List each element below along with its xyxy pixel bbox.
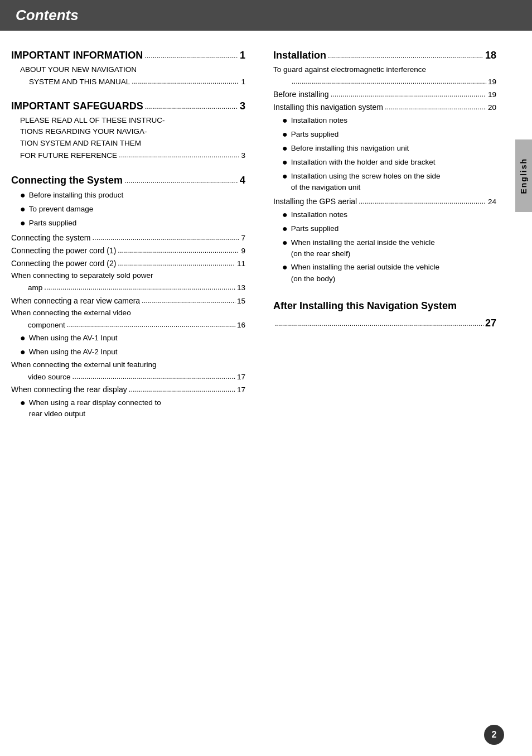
ext-video-line1: When connecting the external video — [11, 307, 245, 319]
safeguards-page: 3 — [240, 98, 245, 115]
bullet-dot-r7: ● — [282, 223, 288, 235]
installing-nav-label: Installing this navigation system — [273, 101, 383, 114]
about-nav-dots — [132, 75, 239, 88]
installation-dots — [328, 49, 483, 62]
bullet-before-installing-nav-text: Before installing this navigation unit — [291, 143, 496, 154]
installing-gps-page: 24 — [488, 196, 496, 208]
bullet-aerial-inside-text: When installing the aerial inside the ve… — [291, 237, 496, 260]
section-heading-safeguards: IMPORTANT SAFEGUARDS 3 — [11, 98, 245, 115]
connecting-page: 4 — [240, 172, 245, 189]
safeguards-line1: PLEASE READ ALL OF THESE INSTRUC- — [20, 115, 245, 127]
toc-electromagnetic: To guard against electromagnetic interfe… — [273, 64, 496, 88]
bullet-installation-notes-1-text: Installation notes — [291, 115, 496, 126]
rear-display-page: 17 — [237, 384, 245, 396]
bullet-parts-supplied-2-text: Parts supplied — [291, 129, 496, 140]
page-number: 2 — [492, 730, 497, 740]
rear-display-label: When connecting the rear display — [11, 383, 127, 396]
bullet-screw-holes-text: Installation using the screw holes on th… — [291, 171, 496, 194]
bullet-dot-r6: ● — [282, 209, 288, 221]
section-important-information: IMPORTANT INFORMATION 1 ABOUT YOUR NEW N… — [11, 47, 245, 88]
sep-power-line2-row: amp 13 — [11, 282, 245, 294]
bullet-prevent-damage-text: To prevent damage — [29, 204, 245, 215]
ext-unit-page: 17 — [237, 371, 245, 383]
section-important-safeguards: IMPORTANT SAFEGUARDS 3 PLEASE READ ALL O… — [11, 98, 245, 162]
bullet-dot-5: ● — [20, 346, 26, 358]
bullet-dot-r4: ● — [282, 157, 288, 168]
sep-power-line1: When connecting to separately sold power — [11, 270, 245, 282]
ext-unit-line2-row: video source 17 — [11, 371, 245, 383]
ext-unit-line2: video source — [28, 371, 71, 383]
bullet-dot-r3: ● — [282, 143, 288, 155]
bullet-to-prevent-damage: ● To prevent damage — [11, 203, 245, 216]
em-fill — [292, 75, 486, 88]
language-label-text: English — [519, 158, 528, 194]
content-area: IMPORTANT INFORMATION 1 ABOUT YOUR NEW N… — [0, 47, 532, 427]
sep-power-page: 13 — [237, 282, 245, 294]
rear-view-camera-fill — [142, 294, 235, 307]
em-line2-row: 19 — [273, 76, 496, 88]
sep-power-line2: amp — [28, 282, 42, 294]
safeguards-line4-row: FOR FUTURE REFERENCE 3 — [20, 150, 245, 162]
installation-page: 18 — [485, 47, 496, 64]
page-container: Contents IMPORTANT INFORMATION 1 ABOUT Y… — [0, 0, 532, 756]
bullet-av1-text: When using the AV-1 Input — [29, 333, 245, 344]
safeguards-dots — [145, 100, 238, 113]
toc-power-cord-2: Connecting the power cord (2) 11 — [11, 257, 245, 270]
power-cord-2-fill — [118, 257, 235, 269]
vertical-language-label: English — [515, 139, 532, 212]
important-info-page: 1 — [240, 47, 245, 64]
about-nav-page: 1 — [241, 76, 245, 88]
bullet-av2: ● When using the AV-2 Input — [11, 345, 245, 359]
ext-video-line2: component — [28, 319, 65, 331]
bullet-aerial-inside: ● When installing the aerial inside the … — [273, 236, 496, 261]
section-heading-important-information: IMPORTANT INFORMATION 1 — [11, 47, 245, 64]
connecting-heading: Connecting the System — [11, 172, 123, 189]
toc-external-video: When connecting the external video compo… — [11, 307, 245, 331]
ext-video-fill — [67, 319, 235, 331]
bullet-parts-supplied-text-1: Parts supplied — [29, 218, 245, 229]
important-info-dots — [144, 49, 238, 62]
bullet-screw-holes: ● Installation using the screw holes on … — [273, 170, 496, 195]
safeguards-entry: PLEASE READ ALL OF THESE INSTRUC- TIONS … — [11, 115, 245, 162]
toc-installing-gps: Installing the GPS aerial 24 — [273, 195, 496, 208]
ext-video-page: 16 — [237, 319, 245, 331]
connecting-system-fill — [92, 231, 239, 244]
safeguards-line3: TION SYSTEM AND RETAIN THEM — [20, 138, 245, 150]
rear-view-camera-label: When connecting a rear view camera — [11, 295, 140, 307]
bullet-installation-notes-1: ● Installation notes — [273, 114, 496, 128]
after-installing-row: 27 — [273, 315, 496, 332]
bullet-dot-r8: ● — [282, 237, 288, 249]
section-heading-connecting: Connecting the System 4 — [11, 172, 245, 189]
bullet-holder-side-bracket-text: Installation with the holder and side br… — [291, 157, 496, 168]
section-after-installing: After Installing this Navigation System … — [273, 299, 496, 332]
right-column: Installation 18 To guard against electro… — [262, 47, 496, 427]
bullet-av1: ● When using the AV-1 Input — [11, 331, 245, 345]
about-nav-line2-row: SYSTEM AND THIS MANUAL 1 — [20, 76, 245, 88]
header-bar: Contents — [0, 0, 532, 31]
bullet-rear-display: ● When using a rear display connected to… — [11, 396, 245, 421]
after-installing-page: 27 — [485, 315, 496, 332]
section-heading-installation: Installation 18 — [273, 47, 496, 64]
toc-rear-view-camera: When connecting a rear view camera 15 — [11, 295, 245, 307]
power-cord-1-label: Connecting the power cord (1) — [11, 244, 116, 257]
ext-unit-line1: When connecting the external unit featur… — [11, 359, 245, 371]
toc-power-cord-1: Connecting the power cord (1) 9 — [11, 244, 245, 257]
bullet-dot-r5: ● — [282, 171, 288, 182]
safeguards-entry-dots — [119, 149, 239, 161]
toc-separately-sold-power: When connecting to separately sold power… — [11, 270, 245, 294]
after-installing-heading-text: After Installing this Navigation System — [273, 299, 496, 313]
before-installing-label: Before installing — [273, 88, 329, 101]
bullet-parts-supplied-3: ● Parts supplied — [273, 222, 496, 236]
after-installing-fill — [275, 317, 483, 330]
safeguards-entry-page: 3 — [241, 150, 245, 162]
bullet-aerial-outside: ● When installing the aerial outside the… — [273, 261, 496, 286]
important-info-heading: IMPORTANT INFORMATION — [11, 47, 143, 64]
power-cord-2-page: 11 — [237, 258, 245, 270]
toc-before-installing: Before installing 19 — [273, 88, 496, 101]
bullet-dot-3: ● — [20, 218, 26, 229]
bullet-dot-1: ● — [20, 190, 26, 201]
bullet-before-installing: ● Before installing this product — [11, 189, 245, 203]
before-installing-fill — [331, 88, 486, 100]
power-cord-1-page: 9 — [241, 245, 245, 257]
toc-external-unit-featuring: When connecting the external unit featur… — [11, 359, 245, 383]
